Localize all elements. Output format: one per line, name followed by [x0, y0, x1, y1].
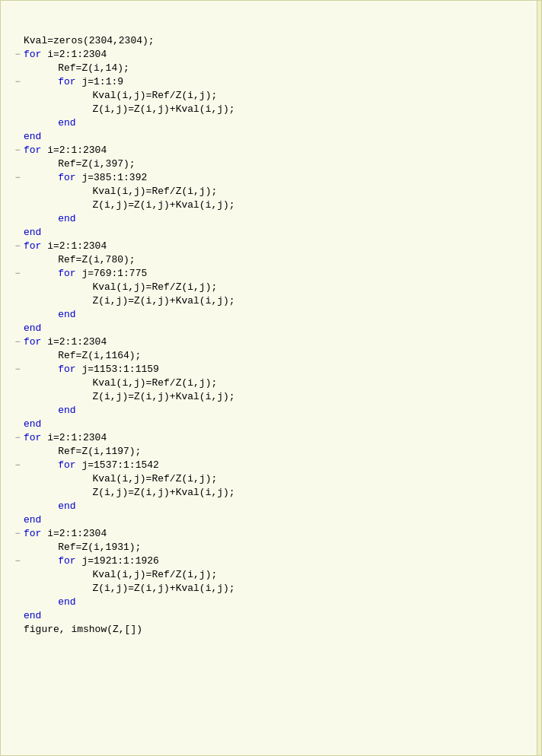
fold-indicator[interactable]: − — [11, 554, 24, 568]
fold-indicator[interactable]: − — [11, 363, 24, 376]
code-text: Ref=Z(i,1197); — [34, 445, 529, 459]
code-text: end — [34, 404, 529, 418]
code-line: − for j=1153:1:1159 — [11, 363, 529, 376]
code-line: − for j=1537:1:1542 — [11, 459, 529, 472]
code-line: Kval(i,j)=Ref/Z(i,j); — [11, 376, 529, 390]
code-line: Z(i,j)=Z(i,j)+Kval(i,j); — [11, 103, 529, 116]
code-text: Z(i,j)=Z(i,j)+Kval(i,j); — [45, 582, 529, 596]
code-text: Kval=zeros(2304,2304); — [24, 34, 529, 48]
fold-indicator[interactable]: − — [11, 335, 24, 349]
code-line: end — [11, 212, 529, 226]
code-line: Ref=Z(i,397); — [11, 157, 529, 171]
code-text: for j=1153:1:1159 — [34, 363, 529, 376]
code-text: for i=2:1:2304 — [24, 240, 529, 253]
code-text: end — [34, 500, 529, 513]
code-line: end — [11, 609, 529, 623]
code-line: figure, imshow(Z,[]) — [11, 623, 529, 637]
code-text: Kval(i,j)=Ref/Z(i,j); — [45, 568, 529, 582]
code-text: Ref=Z(i,1931); — [34, 541, 529, 554]
code-line: Ref=Z(i,1164); — [11, 349, 529, 363]
code-text: end — [24, 130, 529, 144]
code-text: Z(i,j)=Z(i,j)+Kval(i,j); — [45, 486, 529, 500]
code-line: end — [11, 116, 529, 130]
fold-indicator[interactable]: − — [11, 240, 24, 253]
code-text: for i=2:1:2304 — [24, 527, 529, 541]
code-text: Kval(i,j)=Ref/Z(i,j); — [45, 376, 529, 390]
code-line: − for j=1:1:9 — [11, 75, 529, 89]
code-text: Kval(i,j)=Ref/Z(i,j); — [45, 281, 529, 294]
fold-indicator[interactable]: − — [11, 144, 24, 157]
code-text: for i=2:1:2304 — [24, 48, 529, 62]
code-line: end — [11, 308, 529, 322]
code-line: −for i=2:1:2304 — [11, 48, 529, 62]
code-text: Kval(i,j)=Ref/Z(i,j); — [45, 472, 529, 486]
code-line: −for i=2:1:2304 — [11, 431, 529, 445]
code-line: Kval(i,j)=Ref/Z(i,j); — [11, 568, 529, 582]
fold-indicator[interactable]: − — [11, 48, 24, 62]
fold-indicator[interactable]: − — [11, 431, 24, 445]
code-text: for j=1921:1:1926 — [34, 554, 529, 568]
code-text: for i=2:1:2304 — [24, 335, 529, 349]
code-text: end — [24, 226, 529, 240]
fold-indicator[interactable]: − — [11, 171, 24, 185]
code-line: Kval(i,j)=Ref/Z(i,j); — [11, 89, 529, 103]
code-line: −for i=2:1:2304 — [11, 527, 529, 541]
code-line: end — [11, 404, 529, 418]
code-line: end — [11, 226, 529, 240]
code-text: end — [24, 609, 529, 623]
code-text: Z(i,j)=Z(i,j)+Kval(i,j); — [45, 390, 529, 404]
code-text: Z(i,j)=Z(i,j)+Kval(i,j); — [45, 199, 529, 212]
code-text: Z(i,j)=Z(i,j)+Kval(i,j); — [45, 103, 529, 116]
code-text: Ref=Z(i,1164); — [34, 349, 529, 363]
code-text: end — [34, 212, 529, 226]
code-line: −for i=2:1:2304 — [11, 240, 529, 253]
code-line: −for i=2:1:2304 — [11, 335, 529, 349]
code-line: Z(i,j)=Z(i,j)+Kval(i,j); — [11, 582, 529, 596]
code-text: for i=2:1:2304 — [24, 431, 529, 445]
code-text: end — [34, 596, 529, 609]
code-line: Z(i,j)=Z(i,j)+Kval(i,j); — [11, 294, 529, 308]
code-text: Ref=Z(i,397); — [34, 157, 529, 171]
code-text: Ref=Z(i,14); — [34, 62, 529, 75]
code-line: − for j=769:1:775 — [11, 267, 529, 281]
code-text: Z(i,j)=Z(i,j)+Kval(i,j); — [45, 294, 529, 308]
code-line: Ref=Z(i,1931); — [11, 541, 529, 554]
code-text: end — [34, 116, 529, 130]
code-line: Kval=zeros(2304,2304); — [11, 34, 529, 48]
code-text: Ref=Z(i,780); — [34, 253, 529, 267]
code-text: for j=1537:1:1542 — [34, 459, 529, 472]
code-line: end — [11, 500, 529, 513]
code-text: end — [34, 308, 529, 322]
code-line: Ref=Z(i,1197); — [11, 445, 529, 459]
code-text: Kval(i,j)=Ref/Z(i,j); — [45, 89, 529, 103]
fold-indicator[interactable]: − — [11, 527, 24, 541]
code-line: − for j=1921:1:1926 — [11, 554, 529, 568]
code-line: Ref=Z(i,14); — [11, 62, 529, 75]
editor-right-border — [537, 1, 541, 755]
code-line: Z(i,j)=Z(i,j)+Kval(i,j); — [11, 486, 529, 500]
code-text: end — [24, 418, 529, 431]
code-line: Kval(i,j)=Ref/Z(i,j); — [11, 281, 529, 294]
code-line: Z(i,j)=Z(i,j)+Kval(i,j); — [11, 199, 529, 212]
code-line: Kval(i,j)=Ref/Z(i,j); — [11, 185, 529, 199]
code-text: for j=1:1:9 — [34, 75, 529, 89]
code-text: Kval(i,j)=Ref/Z(i,j); — [45, 185, 529, 199]
code-text: for i=2:1:2304 — [24, 144, 529, 157]
code-line: −for i=2:1:2304 — [11, 144, 529, 157]
code-line: Ref=Z(i,780); — [11, 253, 529, 267]
code-line: end — [11, 418, 529, 431]
code-line: Z(i,j)=Z(i,j)+Kval(i,j); — [11, 390, 529, 404]
code-line: − for j=385:1:392 — [11, 171, 529, 185]
code-line: end — [11, 513, 529, 527]
fold-indicator[interactable]: − — [11, 459, 24, 472]
fold-indicator[interactable]: − — [11, 75, 24, 89]
code-line: end — [11, 130, 529, 144]
code-line: end — [11, 596, 529, 609]
code-text: for j=385:1:392 — [34, 171, 529, 185]
code-content[interactable]: Kval=zeros(2304,2304);−for i=2:1:2304 Re… — [1, 1, 537, 755]
fold-indicator[interactable]: − — [11, 267, 24, 281]
code-text: for j=769:1:775 — [34, 267, 529, 281]
code-line: end — [11, 322, 529, 335]
code-text: end — [24, 513, 529, 527]
code-line: Kval(i,j)=Ref/Z(i,j); — [11, 472, 529, 486]
